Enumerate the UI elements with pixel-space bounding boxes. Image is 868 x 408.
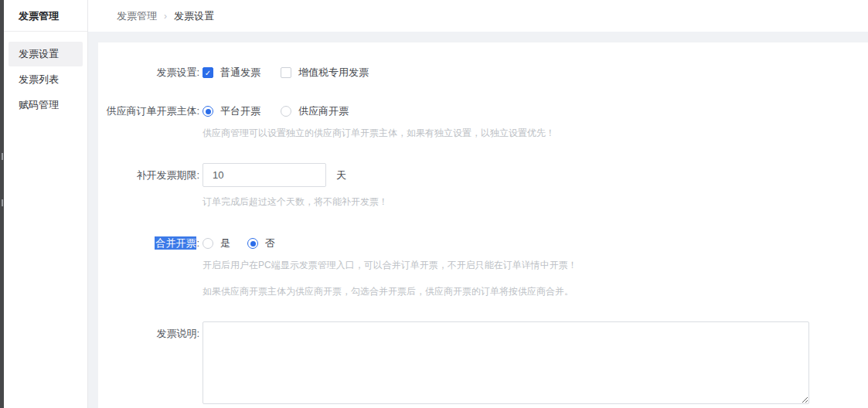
- chevron-right-icon: ›: [164, 11, 167, 22]
- invoice-note-textarea[interactable]: [203, 321, 809, 404]
- collapsed-nav-rail[interactable]: [0, 0, 4, 408]
- reissue-period-input[interactable]: [203, 163, 326, 187]
- checkbox-label[interactable]: 增值税专用发票: [298, 66, 369, 80]
- radio-unchecked-icon[interactable]: [281, 106, 291, 117]
- reissue-period-helper: 订单完成后超过这个天数，将不能补开发票！: [203, 196, 868, 209]
- invoice-note-row: 发票说明:: [98, 321, 868, 404]
- invoice-type-label: 发票设置:: [98, 66, 199, 80]
- rail-mark-icon: [2, 199, 3, 206]
- sidebar: 发票管理 发票设置 发票列表 赋码管理: [4, 0, 88, 408]
- rail-mark-icon: [2, 153, 3, 160]
- reissue-period-label: 补开发票期限:: [98, 168, 199, 182]
- checkbox-unchecked-icon[interactable]: [281, 67, 291, 78]
- main-area: 发票管理 › 发票设置 发票设置: ✓ 普通发票: [88, 0, 868, 408]
- radio-label[interactable]: 供应商开票: [298, 104, 349, 118]
- checkbox-option-normal-invoice[interactable]: ✓ 普通发票: [203, 66, 260, 80]
- sidebar-menu: 发票设置 发票列表 赋码管理: [4, 32, 87, 118]
- breadcrumb-item-invoice-settings: 发票设置: [174, 9, 214, 23]
- radio-option-supplier-invoicing[interactable]: 供应商开票: [281, 104, 349, 118]
- supplier-subject-helper: 供应商管理可以设置独立的供应商订单开票主体，如果有独立设置，以独立设置优先！: [203, 127, 868, 140]
- settings-card: 发票设置: ✓ 普通发票 增值税专用发票: [98, 42, 868, 408]
- sidebar-item-code-management[interactable]: 赋码管理: [9, 93, 83, 117]
- radio-label[interactable]: 否: [265, 236, 275, 250]
- reissue-period-row: 补开发票期限: 天: [98, 163, 868, 187]
- supplier-subject-row: 供应商订单开票主体: 平台开票 供应商开票: [98, 104, 868, 118]
- breadcrumb: 发票管理 › 发票设置: [88, 0, 868, 32]
- checkbox-checked-icon[interactable]: ✓: [203, 67, 213, 78]
- app-window: 发票管理 发票设置 发票列表 赋码管理 发票管理 › 发票设置 发票设置: ✓ …: [0, 0, 868, 408]
- sidebar-item-invoice-list[interactable]: 发票列表: [9, 67, 83, 92]
- sidebar-item-invoice-settings[interactable]: 发票设置: [9, 42, 83, 66]
- supplier-subject-label: 供应商订单开票主体:: [98, 104, 199, 118]
- radio-label[interactable]: 平台开票: [220, 104, 260, 118]
- radio-checked-icon[interactable]: [203, 106, 213, 117]
- invoice-type-row: 发票设置: ✓ 普通发票 增值税专用发票: [98, 66, 868, 80]
- content-background: 发票设置: ✓ 普通发票 增值税专用发票: [88, 32, 868, 408]
- invoice-note-label: 发票说明:: [98, 321, 199, 341]
- merge-invoice-helper-2: 如果供应商开票主体为供应商开票，勾选合并开票后，供应商开票的订单将按供应商合并。: [203, 285, 868, 298]
- radio-unchecked-icon[interactable]: [203, 238, 213, 249]
- checkbox-option-vat-invoice[interactable]: 增值税专用发票: [281, 66, 369, 80]
- radio-option-merge-yes[interactable]: 是: [203, 236, 230, 250]
- merge-invoice-label: 合并开票:: [98, 236, 199, 250]
- radio-checked-icon[interactable]: [247, 238, 258, 249]
- reissue-period-unit: 天: [336, 168, 346, 182]
- merge-invoice-row: 合并开票: 是 否: [98, 236, 868, 250]
- radio-label[interactable]: 是: [220, 236, 230, 250]
- radio-option-platform-invoicing[interactable]: 平台开票: [203, 104, 260, 118]
- sidebar-title: 发票管理: [4, 0, 87, 32]
- selected-text-highlight: 合并开票: [155, 236, 196, 250]
- merge-invoice-helper-1: 开启后用户在PC端显示发票管理入口，可以合并订单开票，不开启只能在订单详情中开票…: [203, 259, 868, 272]
- checkbox-label[interactable]: 普通发票: [220, 66, 260, 80]
- radio-option-merge-no[interactable]: 否: [247, 236, 275, 250]
- breadcrumb-item-invoice-management[interactable]: 发票管理: [117, 9, 157, 23]
